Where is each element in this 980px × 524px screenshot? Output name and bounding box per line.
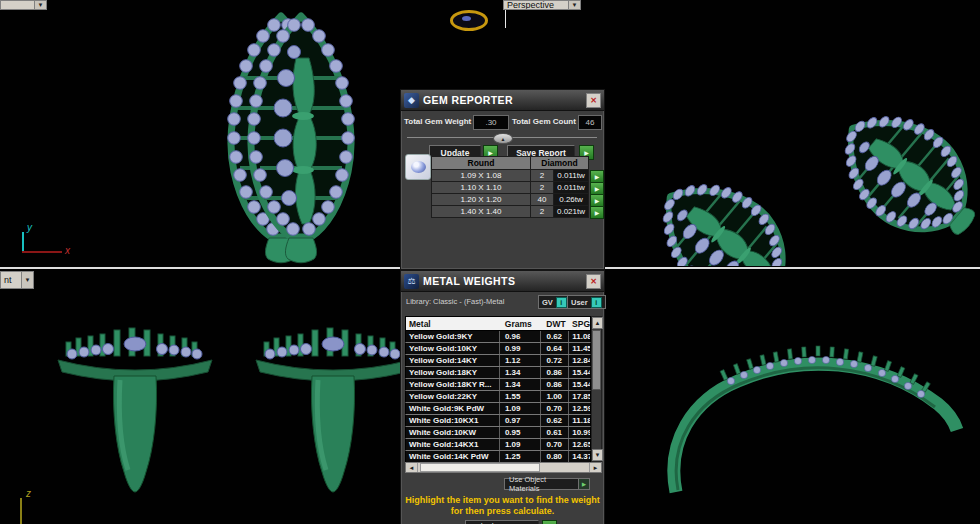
gem-count-cell: 2 (531, 170, 554, 182)
gem-table-row[interactable]: 1.09 X 1.08 2 0.011tw ▶ (431, 170, 604, 182)
vscroll-thumb[interactable] (592, 330, 601, 390)
gem-size-cell: 1.40 X 1.40 (431, 206, 531, 218)
gem-table-row[interactable]: 1.40 X 1.40 2 0.021tw ▶ (431, 206, 604, 218)
metal-table: Metal Grams DWT SPG Yellow Gold:9KY 0.96… (405, 316, 591, 463)
dwt-cell: 0.61 (541, 427, 569, 438)
gv-info-icon[interactable]: i (556, 297, 567, 308)
dwt-cell: 0.70 (541, 403, 569, 414)
gem-reporter-titlebar[interactable]: ◆ GEM REPORTER ✕ (401, 90, 604, 111)
grams-cell: 0.96 (500, 331, 542, 342)
metal-weights-panel: ⚖ METAL WEIGHTS ✕ Library: Classic - (Fa… (400, 270, 605, 524)
metal-weights-icon: ⚖ (404, 274, 419, 289)
metal-table-row[interactable]: White Gold:10KX1 0.97 0.62 11.18 (405, 415, 591, 427)
gv-button-label: GV (542, 298, 553, 307)
use-object-materials-dropdown[interactable]: Use Object Materials ▶ (504, 478, 590, 490)
metal-name-cell: Yellow Gold:9KY (406, 331, 500, 342)
axis-y-line (22, 232, 24, 252)
collapse-toggle[interactable]: ▲ (493, 133, 513, 144)
metal-weights-title: METAL WEIGHTS (423, 275, 586, 287)
grams-cell: 1.09 (500, 403, 542, 414)
spg-cell: 17.85 (569, 391, 590, 402)
dwt-cell: 0.64 (541, 343, 569, 354)
spg-cell: 12.59 (569, 403, 590, 414)
total-gem-count-field[interactable]: 46 (578, 115, 602, 130)
use-object-materials-label: Use Object Materials (509, 475, 578, 493)
spg-cell: 11.18 (569, 415, 590, 426)
total-gem-weight-field[interactable]: .30 (473, 115, 509, 130)
metal-table-hscrollbar[interactable]: ◄ ► (405, 462, 602, 473)
gem-table-row[interactable]: 1.20 X 1.20 40 0.26tw ▶ (431, 194, 604, 206)
viewport-top-left-models[interactable] (58, 6, 378, 264)
gem-stone-icon (411, 161, 426, 173)
chevron-down-icon: ▼ (568, 1, 580, 9)
collapse-arrow-icon: ▲ (501, 136, 506, 142)
axis-x-label: x (65, 245, 70, 256)
ring-profile-left (58, 328, 212, 492)
axis-z-label: z (26, 488, 31, 499)
gem-reporter-panel: ◆ GEM REPORTER ✕ Total Gem Weight .30 To… (400, 89, 605, 270)
close-icon[interactable]: ✕ (586, 274, 601, 289)
dwt-cell: 1.00 (541, 391, 569, 402)
dwt-cell: 0.86 (541, 379, 569, 390)
grams-cell: 1.34 (500, 379, 542, 390)
metal-name-cell: Yellow Gold:18KY R... (406, 379, 500, 390)
metal-table-row[interactable]: Yellow Gold:22KY 1.55 1.00 17.85 (405, 391, 591, 403)
calculate-button[interactable]: Calculate (465, 520, 539, 524)
gem-row-go-button[interactable]: ▶ (590, 206, 604, 219)
grams-cell: 0.95 (500, 427, 542, 438)
gem-weight-cell: 0.021tw (554, 206, 589, 218)
gem-thumbnail[interactable] (405, 154, 431, 180)
gem-size-cell: 1.09 X 1.08 (431, 170, 531, 182)
viewport-top-right-models[interactable] (612, 14, 980, 266)
metal-table-row[interactable]: Yellow Gold:14KY 1.12 0.72 12.84 (405, 355, 591, 367)
total-gem-count-label: Total Gem Count (512, 117, 576, 126)
metal-table-vscrollbar[interactable]: ▲ ▼ (591, 316, 602, 462)
scroll-right-icon[interactable]: ► (589, 463, 601, 472)
spg-cell: 14.37 (569, 451, 590, 462)
gem-weight-cell: 0.011tw (554, 182, 589, 194)
scroll-up-icon[interactable]: ▲ (592, 317, 603, 329)
viewport-bottom-left-models[interactable] (30, 300, 400, 520)
hscroll-thumb[interactable] (420, 463, 540, 472)
metal-name-cell: Yellow Gold:22KY (406, 391, 500, 402)
viewport-dropdown-front-label: nt (1, 275, 21, 285)
user-button[interactable]: User i (567, 295, 606, 309)
gem-size-cell: 1.10 X 1.10 (431, 182, 531, 194)
metal-table-row[interactable]: Yellow Gold:9KY 0.96 0.62 11.08 (405, 331, 591, 343)
metal-table-row[interactable]: White Gold:9K PdW 1.09 0.70 12.59 (405, 403, 591, 415)
metal-table-row[interactable]: Yellow Gold:18KY 1.34 0.86 15.44 (405, 367, 591, 379)
ring-profile-right (256, 328, 400, 492)
axis-y-label: y (27, 222, 32, 233)
gem-table-row[interactable]: 1.10 X 1.10 2 0.011tw ▶ (431, 182, 604, 194)
viewport-dropdown-perspective[interactable]: Perspective ▼ (503, 0, 581, 10)
user-info-icon[interactable]: i (591, 297, 602, 308)
gv-button[interactable]: GV i (538, 295, 571, 309)
viewport-bottom-right-models[interactable] (638, 324, 980, 502)
metal-weights-titlebar[interactable]: ⚖ METAL WEIGHTS ✕ (401, 271, 604, 292)
scroll-left-icon[interactable]: ◄ (406, 463, 418, 472)
spg-cell: 15.44 (569, 379, 590, 390)
grams-cell: 1.34 (500, 367, 542, 378)
dropdown-go-icon[interactable]: ▶ (578, 479, 589, 489)
gem-col-round: Round (431, 156, 531, 170)
dwt-cell: 0.72 (541, 355, 569, 366)
scroll-down-icon[interactable]: ▼ (592, 449, 603, 461)
calculate-go-button[interactable]: ▶ (542, 520, 557, 524)
viewport-dropdown-front[interactable]: nt ▼ (0, 271, 34, 289)
close-icon[interactable]: ✕ (586, 93, 601, 108)
metal-name-cell: White Gold:10KW (406, 427, 500, 438)
metal-table-row[interactable]: White Gold:14KX1 1.09 0.70 12.65 (405, 439, 591, 451)
metal-table-row[interactable]: Yellow Gold:18KY R... 1.34 0.86 15.44 (405, 379, 591, 391)
metal-table-row[interactable]: White Gold:10KW 0.95 0.61 10.99 (405, 427, 591, 439)
gem-count-cell: 40 (531, 194, 554, 206)
grams-cell: 1.25 (500, 451, 542, 462)
viewport-dropdown-perspective-label: Perspective (504, 0, 568, 10)
dwt-cell: 0.70 (541, 439, 569, 450)
metal-name-cell: Yellow Gold:14KY (406, 355, 500, 366)
metal-table-row[interactable]: Yellow Gold:10KY 0.99 0.64 11.45 (405, 343, 591, 355)
viewport-label-cropped[interactable]: ▼ (0, 0, 47, 10)
viewport-border-line (505, 7, 506, 28)
spg-cell: 12.65 (569, 439, 590, 450)
hscroll-track[interactable] (418, 463, 589, 472)
instruction-line-2: for then press calculate. (401, 506, 604, 516)
